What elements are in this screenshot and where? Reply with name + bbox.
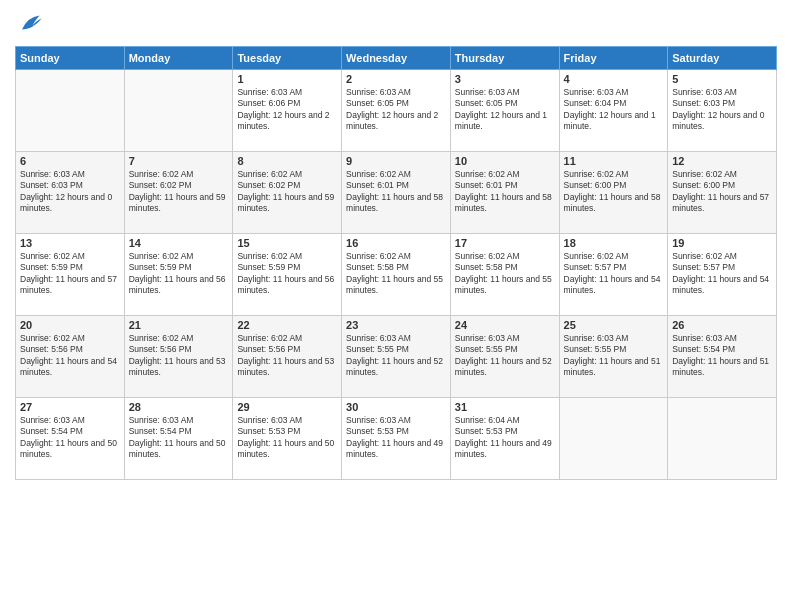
day-info: Sunrise: 6:03 AMSunset: 5:53 PMDaylight:…	[237, 415, 337, 461]
day-info: Sunrise: 6:02 AMSunset: 6:00 PMDaylight:…	[672, 169, 772, 215]
day-info: Sunrise: 6:02 AMSunset: 5:56 PMDaylight:…	[129, 333, 229, 379]
calendar-cell: 26Sunrise: 6:03 AMSunset: 5:54 PMDayligh…	[668, 316, 777, 398]
day-info: Sunrise: 6:03 AMSunset: 5:55 PMDaylight:…	[564, 333, 664, 379]
day-info: Sunrise: 6:02 AMSunset: 5:59 PMDaylight:…	[129, 251, 229, 297]
calendar-week-5: 27Sunrise: 6:03 AMSunset: 5:54 PMDayligh…	[16, 398, 777, 480]
day-number: 18	[564, 237, 664, 249]
day-number: 24	[455, 319, 555, 331]
day-info: Sunrise: 6:02 AMSunset: 5:56 PMDaylight:…	[237, 333, 337, 379]
day-number: 23	[346, 319, 446, 331]
calendar-cell: 1Sunrise: 6:03 AMSunset: 6:06 PMDaylight…	[233, 70, 342, 152]
day-number: 17	[455, 237, 555, 249]
day-number: 27	[20, 401, 120, 413]
day-info: Sunrise: 6:03 AMSunset: 6:05 PMDaylight:…	[346, 87, 446, 133]
day-number: 26	[672, 319, 772, 331]
day-info: Sunrise: 6:03 AMSunset: 6:03 PMDaylight:…	[672, 87, 772, 133]
day-number: 12	[672, 155, 772, 167]
calendar-cell: 30Sunrise: 6:03 AMSunset: 5:53 PMDayligh…	[342, 398, 451, 480]
calendar-cell: 15Sunrise: 6:02 AMSunset: 5:59 PMDayligh…	[233, 234, 342, 316]
calendar-cell: 9Sunrise: 6:02 AMSunset: 6:01 PMDaylight…	[342, 152, 451, 234]
calendar-cell: 27Sunrise: 6:03 AMSunset: 5:54 PMDayligh…	[16, 398, 125, 480]
day-info: Sunrise: 6:02 AMSunset: 6:01 PMDaylight:…	[346, 169, 446, 215]
calendar-cell: 12Sunrise: 6:02 AMSunset: 6:00 PMDayligh…	[668, 152, 777, 234]
day-number: 7	[129, 155, 229, 167]
calendar-cell: 22Sunrise: 6:02 AMSunset: 5:56 PMDayligh…	[233, 316, 342, 398]
day-number: 31	[455, 401, 555, 413]
calendar-cell: 17Sunrise: 6:02 AMSunset: 5:58 PMDayligh…	[450, 234, 559, 316]
calendar-cell: 4Sunrise: 6:03 AMSunset: 6:04 PMDaylight…	[559, 70, 668, 152]
calendar-cell: 21Sunrise: 6:02 AMSunset: 5:56 PMDayligh…	[124, 316, 233, 398]
calendar-cell: 7Sunrise: 6:02 AMSunset: 6:02 PMDaylight…	[124, 152, 233, 234]
day-number: 14	[129, 237, 229, 249]
day-info: Sunrise: 6:02 AMSunset: 5:59 PMDaylight:…	[237, 251, 337, 297]
logo-icon	[15, 10, 43, 38]
day-info: Sunrise: 6:03 AMSunset: 5:54 PMDaylight:…	[672, 333, 772, 379]
day-number: 20	[20, 319, 120, 331]
calendar-cell: 28Sunrise: 6:03 AMSunset: 5:54 PMDayligh…	[124, 398, 233, 480]
calendar-cell: 5Sunrise: 6:03 AMSunset: 6:03 PMDaylight…	[668, 70, 777, 152]
calendar-cell: 25Sunrise: 6:03 AMSunset: 5:55 PMDayligh…	[559, 316, 668, 398]
day-number: 22	[237, 319, 337, 331]
calendar-cell: 8Sunrise: 6:02 AMSunset: 6:02 PMDaylight…	[233, 152, 342, 234]
day-info: Sunrise: 6:02 AMSunset: 6:02 PMDaylight:…	[237, 169, 337, 215]
calendar-cell: 11Sunrise: 6:02 AMSunset: 6:00 PMDayligh…	[559, 152, 668, 234]
calendar-cell	[16, 70, 125, 152]
header-thursday: Thursday	[450, 47, 559, 70]
day-info: Sunrise: 6:03 AMSunset: 5:55 PMDaylight:…	[455, 333, 555, 379]
calendar-cell: 6Sunrise: 6:03 AMSunset: 6:03 PMDaylight…	[16, 152, 125, 234]
calendar-cell: 18Sunrise: 6:02 AMSunset: 5:57 PMDayligh…	[559, 234, 668, 316]
day-info: Sunrise: 6:03 AMSunset: 6:04 PMDaylight:…	[564, 87, 664, 133]
day-number: 5	[672, 73, 772, 85]
calendar-week-4: 20Sunrise: 6:02 AMSunset: 5:56 PMDayligh…	[16, 316, 777, 398]
header-monday: Monday	[124, 47, 233, 70]
header-wednesday: Wednesday	[342, 47, 451, 70]
day-number: 10	[455, 155, 555, 167]
calendar-cell: 14Sunrise: 6:02 AMSunset: 5:59 PMDayligh…	[124, 234, 233, 316]
day-number: 2	[346, 73, 446, 85]
day-number: 8	[237, 155, 337, 167]
day-info: Sunrise: 6:02 AMSunset: 6:01 PMDaylight:…	[455, 169, 555, 215]
day-number: 25	[564, 319, 664, 331]
day-info: Sunrise: 6:03 AMSunset: 5:53 PMDaylight:…	[346, 415, 446, 461]
day-info: Sunrise: 6:04 AMSunset: 5:53 PMDaylight:…	[455, 415, 555, 461]
calendar-week-2: 6Sunrise: 6:03 AMSunset: 6:03 PMDaylight…	[16, 152, 777, 234]
day-info: Sunrise: 6:02 AMSunset: 5:57 PMDaylight:…	[672, 251, 772, 297]
calendar-cell: 31Sunrise: 6:04 AMSunset: 5:53 PMDayligh…	[450, 398, 559, 480]
calendar-header-row: SundayMondayTuesdayWednesdayThursdayFrid…	[16, 47, 777, 70]
day-number: 13	[20, 237, 120, 249]
calendar-cell: 20Sunrise: 6:02 AMSunset: 5:56 PMDayligh…	[16, 316, 125, 398]
day-number: 6	[20, 155, 120, 167]
day-number: 21	[129, 319, 229, 331]
calendar-cell: 13Sunrise: 6:02 AMSunset: 5:59 PMDayligh…	[16, 234, 125, 316]
header	[15, 10, 777, 38]
day-info: Sunrise: 6:02 AMSunset: 6:00 PMDaylight:…	[564, 169, 664, 215]
day-number: 9	[346, 155, 446, 167]
calendar-cell: 2Sunrise: 6:03 AMSunset: 6:05 PMDaylight…	[342, 70, 451, 152]
day-number: 11	[564, 155, 664, 167]
header-friday: Friday	[559, 47, 668, 70]
calendar-cell: 19Sunrise: 6:02 AMSunset: 5:57 PMDayligh…	[668, 234, 777, 316]
day-info: Sunrise: 6:03 AMSunset: 5:55 PMDaylight:…	[346, 333, 446, 379]
calendar-cell: 3Sunrise: 6:03 AMSunset: 6:05 PMDaylight…	[450, 70, 559, 152]
calendar-week-3: 13Sunrise: 6:02 AMSunset: 5:59 PMDayligh…	[16, 234, 777, 316]
day-number: 16	[346, 237, 446, 249]
calendar-table: SundayMondayTuesdayWednesdayThursdayFrid…	[15, 46, 777, 480]
day-number: 3	[455, 73, 555, 85]
logo	[15, 10, 47, 38]
header-saturday: Saturday	[668, 47, 777, 70]
day-info: Sunrise: 6:02 AMSunset: 5:57 PMDaylight:…	[564, 251, 664, 297]
day-info: Sunrise: 6:03 AMSunset: 6:06 PMDaylight:…	[237, 87, 337, 133]
day-info: Sunrise: 6:02 AMSunset: 5:58 PMDaylight:…	[346, 251, 446, 297]
day-number: 30	[346, 401, 446, 413]
calendar-cell: 23Sunrise: 6:03 AMSunset: 5:55 PMDayligh…	[342, 316, 451, 398]
day-number: 28	[129, 401, 229, 413]
header-sunday: Sunday	[16, 47, 125, 70]
calendar-cell: 16Sunrise: 6:02 AMSunset: 5:58 PMDayligh…	[342, 234, 451, 316]
day-info: Sunrise: 6:03 AMSunset: 5:54 PMDaylight:…	[129, 415, 229, 461]
page-container: SundayMondayTuesdayWednesdayThursdayFrid…	[0, 0, 792, 490]
header-tuesday: Tuesday	[233, 47, 342, 70]
day-number: 1	[237, 73, 337, 85]
day-info: Sunrise: 6:03 AMSunset: 6:05 PMDaylight:…	[455, 87, 555, 133]
day-number: 29	[237, 401, 337, 413]
calendar-cell	[668, 398, 777, 480]
